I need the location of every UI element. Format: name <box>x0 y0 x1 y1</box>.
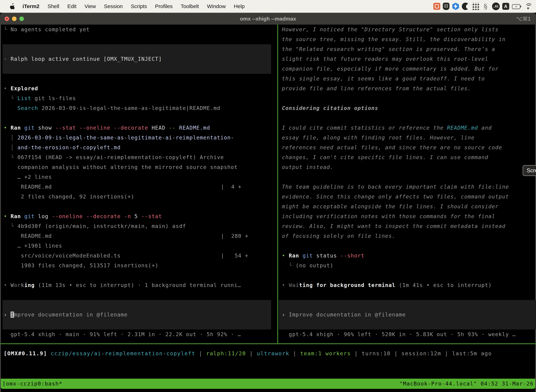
text-segment: List <box>17 95 31 101</box>
diffstat-line: README.md| 4 + <box>1 182 277 192</box>
text-segment: 4b9d30f (origin/main, instructkr/main, m… <box>17 223 186 229</box>
terminal-line <box>1 271 277 280</box>
terminal-line: companion file, especially if more comme… <box>279 64 536 74</box>
text-segment: | <box>246 350 257 356</box>
menu-item-view[interactable]: View <box>85 3 96 9</box>
left-agent-pane[interactable]: └ No agents completed yet› Ralph loop ac… <box>1 25 277 339</box>
text-segment: The team guideline is to back every impo… <box>282 184 509 190</box>
text-segment <box>4 262 21 269</box>
terminal-line: essay file, along with finding root file… <box>279 133 536 143</box>
text-segment: Search <box>17 105 38 111</box>
percent-badge-icon[interactable]: ..61 <box>492 2 500 10</box>
text-segment: and-the-erosion-of-copyleft.md <box>17 144 121 150</box>
explored-header-line: • Explored <box>1 84 277 93</box>
input-source-icon[interactable]: A <box>502 3 509 10</box>
menu-item-shell[interactable]: Shell <box>48 3 59 9</box>
screen-overlay-button[interactable]: Scre <box>523 165 536 176</box>
text-segment: | <box>441 350 452 356</box>
terminal-line: provide file and line references from th… <box>279 84 536 93</box>
text-segment <box>4 184 21 190</box>
menu-item-profiles[interactable]: Profiles <box>155 3 172 9</box>
menu-status-icons: §..61A <box>433 0 532 13</box>
terminal-line <box>1 113 277 123</box>
window-title-bar[interactable]: omx --xhigh --madmax ⌥⌘1 <box>0 13 536 25</box>
menu-item-help[interactable]: Help <box>234 3 245 9</box>
battery-icon[interactable] <box>512 2 522 10</box>
terminal-line <box>279 241 536 251</box>
text-segment: › <box>4 56 10 62</box>
terminal-line: └ 4b9d30f (origin/main, instructkr/main,… <box>1 221 277 231</box>
text-segment: show <box>35 125 52 131</box>
menu-item-iterm2[interactable]: iTerm2 <box>23 3 39 9</box>
menu-item-toolbelt[interactable]: Toolbelt <box>181 3 199 9</box>
terminal-line: … +1901 lines <box>1 241 277 251</box>
text-segment: slight risk that future readers may over… <box>282 56 488 62</box>
text-segment: k <box>21 282 24 288</box>
thinking-header-line: Considering citation options <box>279 103 536 113</box>
terminal-line: companion analysis without altering the … <box>1 162 277 172</box>
text-segment: | <box>351 350 362 356</box>
pie-chart-icon[interactable] <box>462 3 469 10</box>
terminal-line: └ (no output) <box>279 261 536 271</box>
text-segment: [OMX#0.11.9] <box>4 350 47 356</box>
menu-item-scripts[interactable]: Scripts <box>131 3 147 9</box>
text-segment: ultrawork <box>257 350 289 356</box>
text-segment: status <box>313 252 337 259</box>
text-segment: output instead. <box>282 164 333 170</box>
diffstat-line: src/voice/voiceModeEnabled.ts| 54 + <box>1 251 277 261</box>
text-segment <box>4 105 17 111</box>
right-agent-pane[interactable]: However, I noticed the "Directory Struct… <box>279 25 536 339</box>
terminal-line: of focusing solely on file lines. <box>279 231 536 241</box>
menu-item-window[interactable]: Window <box>207 3 226 9</box>
terminal-line <box>1 300 277 310</box>
text-segment: team:1 workers <box>300 350 351 356</box>
text-segment: › <box>4 312 10 318</box>
shortcuts-icon[interactable]: § <box>482 2 490 10</box>
text-segment: or <box>14 282 21 288</box>
tmux-host-clock: "MacBook-Pro-44.local" 04:52 31-Mar-26 <box>400 379 534 389</box>
text-segment: • <box>282 252 289 259</box>
text-segment: • <box>4 125 10 131</box>
text-segment <box>4 194 21 200</box>
terminal-line <box>1 74 277 84</box>
terminal-line: The team guideline is to back every impo… <box>279 182 536 192</box>
command-line: • Ran git status --short <box>279 251 536 261</box>
text-segment: Improve documentation in @filename <box>289 312 406 318</box>
text-segment: However, I noticed the "Directory Struct… <box>282 26 498 33</box>
menu-bar: iTerm2ShellEditViewSessionScriptsProfile… <box>0 0 536 13</box>
text-segment: › <box>282 312 289 318</box>
text-segment: I could cite commit statistics or refere… <box>282 125 447 131</box>
text-segment: │ <box>4 135 17 141</box>
text-segment: … +2 lines <box>17 174 52 180</box>
pane-divider-horizontal <box>0 343 536 344</box>
text-segment: of focusing solely on file lines. <box>282 233 396 239</box>
terminal-content: └ No agents completed yet› Ralph loop ac… <box>0 25 536 392</box>
text-segment: README.md <box>176 125 210 131</box>
text-segment <box>4 233 21 239</box>
menu-item-edit[interactable]: Edit <box>67 3 77 9</box>
text-segment: session:12m <box>402 350 441 356</box>
terminal-line: including verification notes with those … <box>279 211 536 221</box>
text-segment: Considering citation options <box>282 105 378 111</box>
menu-item-session[interactable]: Session <box>104 3 123 9</box>
text-segment <box>4 243 17 249</box>
text-segment: 2026-03-09-is-legal-the-same-as-legitima… <box>38 105 220 111</box>
text-segment: -- <box>165 125 176 131</box>
apple-icon[interactable] <box>10 3 15 9</box>
keypad-shield-icon[interactable] <box>443 3 450 10</box>
terminal-line: └ List git ls-files <box>1 93 277 103</box>
pane-divider-vertical[interactable] <box>277 25 278 343</box>
text-segment: evidence. Since this change only affects… <box>282 194 509 200</box>
text-segment: Ralph loop active continue [OMX_TMUX_INJ… <box>10 56 162 62</box>
chat-bubble-icon[interactable] <box>433 3 440 10</box>
energy-bolt-icon[interactable] <box>452 3 459 10</box>
text-segment: (1m 41s • esc to interrupt) <box>396 282 492 288</box>
wifi-icon[interactable] <box>524 2 532 10</box>
dots-grid-icon[interactable] <box>472 3 479 10</box>
screen-overlay-label: Scre <box>527 167 536 174</box>
text-segment: └ <box>282 262 296 269</box>
terminal-line: the "Related research writing" section i… <box>279 44 536 54</box>
text-segment: ting for background terminal <box>299 282 396 288</box>
tmux-status-bar: [omx-cczip0:bash* "MacBook-Pro-44.local"… <box>1 379 535 389</box>
text-segment <box>4 174 17 180</box>
